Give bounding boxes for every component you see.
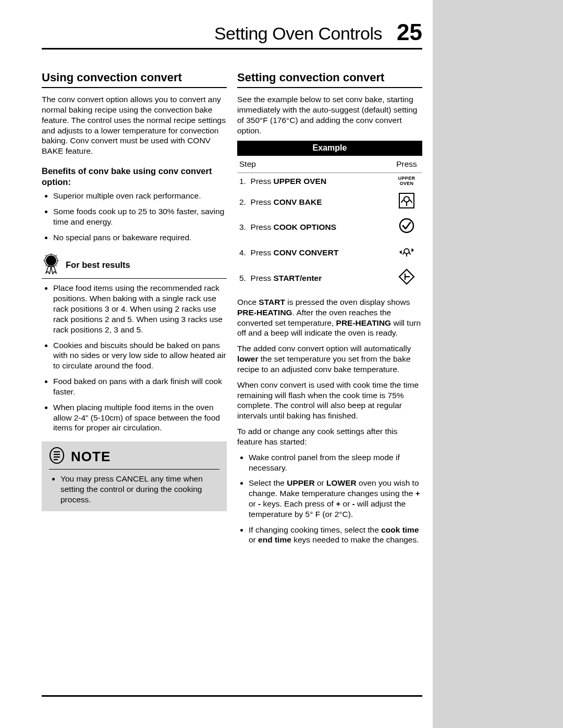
benefits-heading: Benefits of conv bake using conv convert… xyxy=(42,166,227,188)
best-item: Place food items using the recommended r… xyxy=(53,283,227,335)
list-item: Wake control panel from the sleep mode i… xyxy=(249,452,422,473)
footer-rule xyxy=(42,695,422,697)
press-label: Press xyxy=(391,156,422,172)
right-p3: When conv convert is used with cook time… xyxy=(237,380,422,421)
page-title: Setting Oven Controls xyxy=(214,23,382,44)
svg-line-8 xyxy=(45,265,46,266)
svg-line-24 xyxy=(402,252,404,255)
list-item: Select the UPPER or LOWER oven you wish … xyxy=(249,478,422,519)
right-p4: To add or change any cook settings after… xyxy=(237,426,422,447)
content-columns: Using convection convert The conv conver… xyxy=(42,70,422,551)
list-item: If changing cooking times, select the co… xyxy=(249,525,422,546)
svg-line-7 xyxy=(56,255,57,256)
page-header: Setting Oven Controls 25 xyxy=(42,21,422,50)
best-results-heading: For best results xyxy=(66,260,130,270)
page-number: 25 xyxy=(397,21,422,44)
svg-point-0 xyxy=(46,255,56,266)
change-settings-list: Wake control panel from the sleep mode i… xyxy=(237,452,422,546)
svg-point-17 xyxy=(404,196,409,202)
example-table: Example Step Press 1. Press UPPER OVEN U… xyxy=(237,141,422,290)
left-intro: The conv convert option allows you to co… xyxy=(42,94,227,156)
note-list: You may press CANCEL any time when setti… xyxy=(49,474,219,504)
left-heading: Using convection convert xyxy=(42,70,227,88)
conv-convert-icon xyxy=(391,240,422,265)
best-item: When placing multiple food items in the … xyxy=(53,402,227,433)
ribbon-icon xyxy=(42,253,60,277)
cook-options-icon xyxy=(391,214,422,240)
right-heading: Setting convection convert xyxy=(237,70,422,88)
note-icon xyxy=(49,447,65,467)
benefit-item: Some foods cook up to 25 to 30% faster, … xyxy=(53,206,227,227)
note-header: NOTE xyxy=(49,447,219,470)
conv-bake-icon xyxy=(391,190,422,215)
benefits-list: Superior multiple oven rack performance.… xyxy=(42,191,227,242)
note-heading: NOTE xyxy=(71,448,111,465)
right-p2: The added conv convert option will autom… xyxy=(237,343,422,374)
benefit-item: Superior multiple oven rack performance. xyxy=(53,191,227,201)
best-results-list: Place food items using the recommended r… xyxy=(42,283,227,433)
right-p1: Once START is pressed the oven display s… xyxy=(237,297,422,338)
svg-point-12 xyxy=(50,448,64,463)
step-2: 2. Press CONV BAKE xyxy=(237,190,391,215)
example-header: Example xyxy=(237,141,422,155)
benefit-item: No special pans or bakeware required. xyxy=(53,232,227,243)
best-results-header: For best results xyxy=(42,253,227,279)
start-icon xyxy=(391,265,422,291)
note-item: You may press CANCEL any time when setti… xyxy=(60,474,219,504)
svg-line-25 xyxy=(409,252,411,255)
step-1: 1. Press UPPER OVEN xyxy=(237,172,391,189)
svg-line-20 xyxy=(410,200,412,202)
step-4: 4. Press CONV CONVERT xyxy=(237,240,391,265)
best-item: Cookies and biscuits should be baked on … xyxy=(53,340,227,371)
page: Setting Oven Controls 25 Using convectio… xyxy=(0,0,433,728)
step-3: 3. Press COOK OPTIONS xyxy=(237,214,391,240)
step-label: Step xyxy=(237,156,391,172)
best-item: Food baked on pans with a dark finish wi… xyxy=(53,376,227,397)
left-column: Using convection convert The conv conver… xyxy=(42,70,227,551)
svg-point-21 xyxy=(400,219,413,232)
right-column: Setting convection convert See the examp… xyxy=(237,70,422,551)
svg-line-6 xyxy=(45,255,46,256)
margin-strip xyxy=(433,0,563,728)
upper-oven-icon: UPPEROVEN xyxy=(391,172,422,189)
right-intro: See the example below to set conv bake, … xyxy=(237,94,422,135)
step-5: 5. Press START/enter xyxy=(237,265,391,291)
note-box: NOTE You may press CANCEL any time when … xyxy=(42,441,227,511)
svg-point-22 xyxy=(404,249,409,254)
svg-line-9 xyxy=(56,265,57,266)
svg-line-19 xyxy=(401,200,403,202)
